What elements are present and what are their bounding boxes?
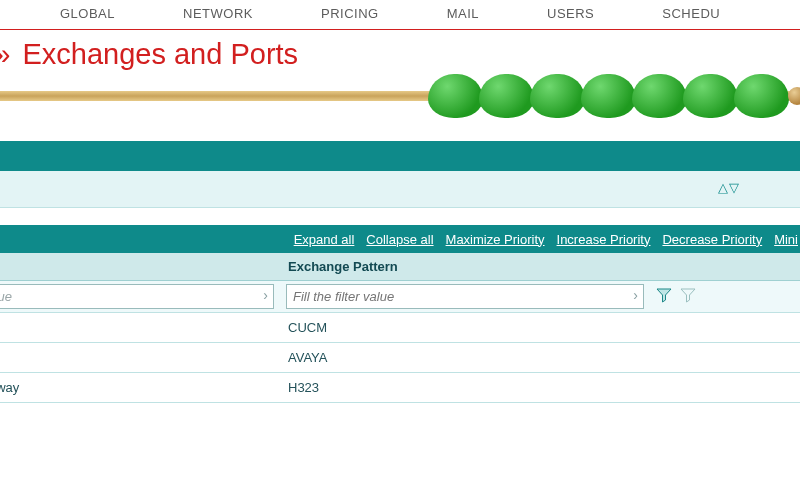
table-row[interactable]: Gateway H323 bbox=[0, 373, 800, 403]
panel-header bbox=[0, 141, 800, 171]
tab-pricing[interactable]: PRICING bbox=[321, 6, 379, 21]
cell-pattern: H323 bbox=[280, 373, 650, 403]
chevron-right-icon[interactable]: › bbox=[633, 287, 638, 303]
breadcrumb-sep: » bbox=[0, 38, 14, 70]
tab-global[interactable]: GLOBAL bbox=[60, 6, 115, 21]
row-actions: Expand all Collapse all Maximize Priorit… bbox=[0, 225, 800, 253]
cell-pattern: AVAYA bbox=[280, 343, 650, 373]
th-name[interactable]: ) bbox=[0, 253, 280, 281]
decrease-priority-link[interactable]: Decrease Priority bbox=[662, 232, 762, 247]
tab-mail[interactable]: MAIL bbox=[447, 6, 479, 21]
sort-toggle[interactable]: △▽ bbox=[718, 180, 740, 195]
increase-priority-link[interactable]: Increase Priority bbox=[557, 232, 651, 247]
cell-name: m bbox=[0, 343, 280, 373]
panel-toolbar: △▽ bbox=[0, 171, 800, 208]
tab-users[interactable]: USERS bbox=[547, 6, 594, 21]
tab-schedule[interactable]: SCHEDU bbox=[662, 6, 720, 21]
minimize-priority-link[interactable]: Mini bbox=[774, 232, 798, 247]
decorative-bar bbox=[0, 77, 800, 123]
tab-network[interactable]: NETWORK bbox=[183, 6, 253, 21]
exchanges-panel: △▽ Expand all Collapse all Maximize Prio… bbox=[0, 141, 800, 403]
filter-row: › › bbox=[0, 281, 800, 313]
filter-icon[interactable] bbox=[656, 287, 672, 306]
chevron-right-icon[interactable]: › bbox=[263, 287, 268, 303]
exchanges-table: ) Exchange Pattern › › bbox=[0, 253, 800, 403]
cell-name: Gateway bbox=[0, 373, 280, 403]
filter-name-input[interactable] bbox=[0, 284, 274, 309]
table-row[interactable]: CUCM bbox=[0, 313, 800, 343]
table-row[interactable]: m AVAYA bbox=[0, 343, 800, 373]
expand-all-link[interactable]: Expand all bbox=[294, 232, 355, 247]
filter-clear-icon[interactable] bbox=[680, 287, 696, 306]
maximize-priority-link[interactable]: Maximize Priority bbox=[446, 232, 545, 247]
collapse-all-link[interactable]: Collapse all bbox=[366, 232, 433, 247]
filter-pattern-input[interactable] bbox=[286, 284, 644, 309]
top-tabs: GLOBAL NETWORK PRICING MAIL USERS SCHEDU bbox=[0, 0, 800, 29]
th-pattern[interactable]: Exchange Pattern bbox=[280, 253, 650, 281]
breadcrumb: rk » Exchanges and Ports bbox=[0, 30, 800, 77]
cell-name bbox=[0, 313, 280, 343]
th-actions bbox=[650, 253, 800, 281]
page-title: Exchanges and Ports bbox=[22, 38, 298, 70]
cell-pattern: CUCM bbox=[280, 313, 650, 343]
